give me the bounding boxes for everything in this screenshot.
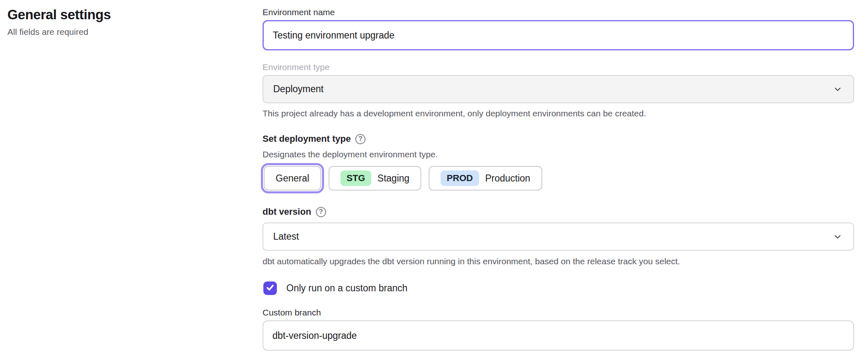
environment-type-label: Environment type xyxy=(263,61,854,73)
option-production-label: Production xyxy=(485,173,530,184)
dbt-version-field: dbt version ? Latest dbt automatically u… xyxy=(263,206,854,267)
help-icon[interactable]: ? xyxy=(316,207,326,217)
deployment-type-label-text: Set deployment type xyxy=(263,133,351,145)
environment-settings-page: General settings All fields are required… xyxy=(0,0,868,354)
environment-type-value: Deployment xyxy=(273,84,324,95)
environment-name-label: Environment name xyxy=(263,7,854,18)
deployment-type-options: General STG Staging PROD Production xyxy=(264,166,854,191)
option-general-label: General xyxy=(276,173,309,184)
deployment-type-description: Designates the deployment environment ty… xyxy=(263,149,854,160)
page-title: General settings xyxy=(7,7,263,23)
settings-form: Environment name Environment type Deploy… xyxy=(263,0,854,354)
dbt-version-label: dbt version ? xyxy=(263,206,854,218)
help-icon[interactable]: ? xyxy=(355,134,365,144)
checkmark-icon xyxy=(265,283,275,294)
environment-name-input[interactable] xyxy=(263,20,854,50)
option-staging-button[interactable]: STG Staging xyxy=(329,166,421,191)
production-badge: PROD xyxy=(441,170,479,186)
settings-header-panel: General settings All fields are required xyxy=(0,0,263,354)
custom-branch-label: Custom branch xyxy=(263,307,854,318)
custom-branch-field: Custom branch xyxy=(263,307,854,351)
environment-type-field: Environment type Deployment This project… xyxy=(263,61,854,119)
environment-name-field: Environment name xyxy=(263,7,854,50)
dbt-version-helper: dbt automatically upgrades the dbt versi… xyxy=(263,256,854,267)
custom-branch-checkbox-label[interactable]: Only run on a custom branch xyxy=(286,283,407,294)
deployment-type-field: Set deployment type ? Designates the dep… xyxy=(263,133,854,191)
dbt-version-value: Latest xyxy=(273,231,299,242)
chevron-down-icon xyxy=(833,232,843,242)
option-production-button[interactable]: PROD Production xyxy=(429,166,542,191)
option-staging-label: Staging xyxy=(377,173,409,184)
custom-branch-checkbox-row: Only run on a custom branch xyxy=(263,281,854,295)
environment-type-helper: This project already has a development e… xyxy=(263,108,854,119)
option-general-button[interactable]: General xyxy=(264,166,321,191)
environment-type-select[interactable]: Deployment xyxy=(263,75,854,103)
page-subtitle: All fields are required xyxy=(7,27,263,37)
deployment-type-label: Set deployment type ? xyxy=(263,133,854,145)
dbt-version-label-text: dbt version xyxy=(263,206,311,218)
dbt-version-select[interactable]: Latest xyxy=(263,222,854,251)
chevron-down-icon xyxy=(833,84,843,94)
staging-badge: STG xyxy=(340,170,371,186)
custom-branch-checkbox[interactable] xyxy=(263,281,277,295)
custom-branch-input[interactable] xyxy=(263,320,854,351)
